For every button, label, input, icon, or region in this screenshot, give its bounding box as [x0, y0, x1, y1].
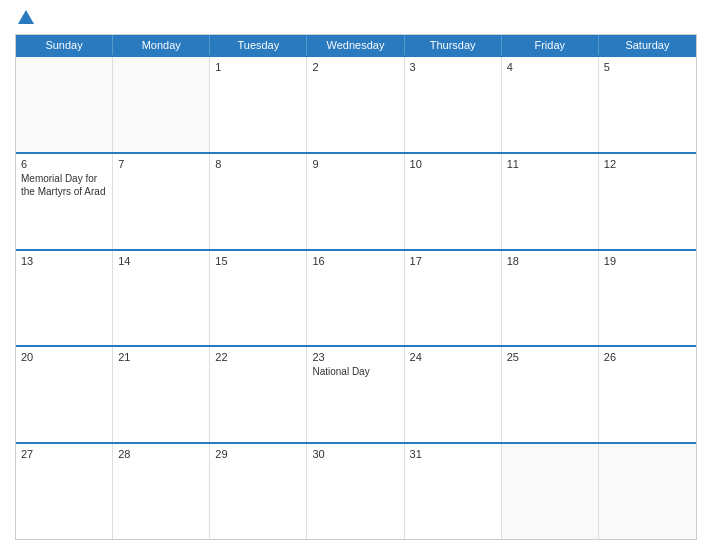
- day-number: 21: [118, 351, 204, 363]
- calendar-cell: [113, 57, 210, 152]
- day-number: 4: [507, 61, 593, 73]
- calendar-cell: 8: [210, 154, 307, 249]
- day-number: 8: [215, 158, 301, 170]
- calendar-cell: 12: [599, 154, 696, 249]
- day-number: 14: [118, 255, 204, 267]
- day-number: 26: [604, 351, 691, 363]
- day-number: 24: [410, 351, 496, 363]
- calendar-cell: [16, 57, 113, 152]
- day-number: 25: [507, 351, 593, 363]
- day-number: 13: [21, 255, 107, 267]
- calendar-cell: 24: [405, 347, 502, 442]
- calendar-cell: 26: [599, 347, 696, 442]
- calendar-cell: 13: [16, 251, 113, 346]
- calendar-body: 123456Memorial Day for the Martyrs of Ar…: [16, 55, 696, 539]
- calendar-cell: [599, 444, 696, 539]
- day-number: 22: [215, 351, 301, 363]
- calendar-cell: 20: [16, 347, 113, 442]
- calendar-cell: 10: [405, 154, 502, 249]
- calendar-cell: 7: [113, 154, 210, 249]
- calendar-cell: 11: [502, 154, 599, 249]
- calendar-week-2: 6Memorial Day for the Martyrs of Arad789…: [16, 152, 696, 249]
- day-number: 20: [21, 351, 107, 363]
- calendar-week-1: 12345: [16, 55, 696, 152]
- weekday-header-wednesday: Wednesday: [307, 35, 404, 55]
- weekday-header-sunday: Sunday: [16, 35, 113, 55]
- day-number: 16: [312, 255, 398, 267]
- logo: [15, 10, 36, 26]
- day-number: 19: [604, 255, 691, 267]
- calendar-cell: 28: [113, 444, 210, 539]
- calendar-cell: 31: [405, 444, 502, 539]
- day-number: 1: [215, 61, 301, 73]
- calendar-cell: 23National Day: [307, 347, 404, 442]
- logo-triangle-icon: [18, 10, 34, 24]
- calendar-cell: 6Memorial Day for the Martyrs of Arad: [16, 154, 113, 249]
- day-number: 12: [604, 158, 691, 170]
- calendar-cell: 4: [502, 57, 599, 152]
- day-number: 18: [507, 255, 593, 267]
- calendar-cell: 22: [210, 347, 307, 442]
- calendar: SundayMondayTuesdayWednesdayThursdayFrid…: [15, 34, 697, 540]
- day-number: 11: [507, 158, 593, 170]
- calendar-cell: 29: [210, 444, 307, 539]
- calendar-cell: 16: [307, 251, 404, 346]
- calendar-cell: 9: [307, 154, 404, 249]
- day-number: 15: [215, 255, 301, 267]
- calendar-cell: 15: [210, 251, 307, 346]
- day-number: 30: [312, 448, 398, 460]
- day-number: 31: [410, 448, 496, 460]
- event-label: National Day: [312, 365, 398, 378]
- calendar-cell: 5: [599, 57, 696, 152]
- day-number: 5: [604, 61, 691, 73]
- day-number: 10: [410, 158, 496, 170]
- calendar-cell: 3: [405, 57, 502, 152]
- day-number: 17: [410, 255, 496, 267]
- calendar-header: [15, 10, 697, 26]
- weekday-header-thursday: Thursday: [405, 35, 502, 55]
- calendar-week-3: 13141516171819: [16, 249, 696, 346]
- weekday-header-monday: Monday: [113, 35, 210, 55]
- day-number: 2: [312, 61, 398, 73]
- day-number: 7: [118, 158, 204, 170]
- calendar-cell: 27: [16, 444, 113, 539]
- calendar-cell: [502, 444, 599, 539]
- calendar-cell: 18: [502, 251, 599, 346]
- weekday-header-saturday: Saturday: [599, 35, 696, 55]
- day-number: 29: [215, 448, 301, 460]
- calendar-cell: 25: [502, 347, 599, 442]
- calendar-cell: 21: [113, 347, 210, 442]
- calendar-cell: 2: [307, 57, 404, 152]
- calendar-week-4: 20212223National Day242526: [16, 345, 696, 442]
- day-number: 27: [21, 448, 107, 460]
- calendar-weekday-header: SundayMondayTuesdayWednesdayThursdayFrid…: [16, 35, 696, 55]
- event-label: Memorial Day for the Martyrs of Arad: [21, 172, 107, 198]
- weekday-header-tuesday: Tuesday: [210, 35, 307, 55]
- day-number: 9: [312, 158, 398, 170]
- calendar-cell: 1: [210, 57, 307, 152]
- day-number: 28: [118, 448, 204, 460]
- weekday-header-friday: Friday: [502, 35, 599, 55]
- calendar-week-5: 2728293031: [16, 442, 696, 539]
- calendar-cell: 17: [405, 251, 502, 346]
- day-number: 3: [410, 61, 496, 73]
- day-number: 6: [21, 158, 107, 170]
- calendar-cell: 19: [599, 251, 696, 346]
- day-number: 23: [312, 351, 398, 363]
- calendar-cell: 30: [307, 444, 404, 539]
- calendar-cell: 14: [113, 251, 210, 346]
